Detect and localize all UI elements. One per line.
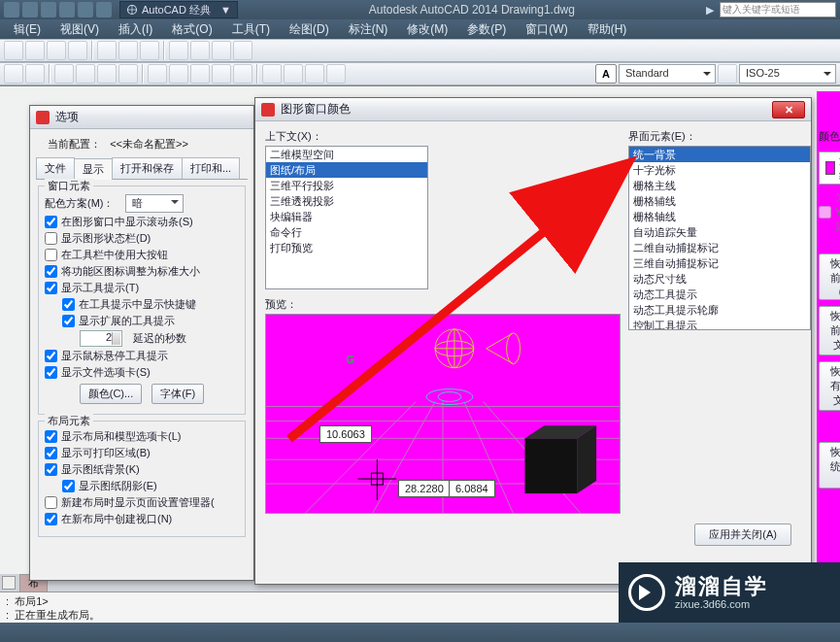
restore-all-contexts-button[interactable]: 恢复所有上下文(O)	[819, 361, 840, 411]
chk-shortcuts[interactable]	[62, 298, 75, 311]
chk-statusbar[interactable]	[45, 232, 57, 245]
context-item[interactable]: 块编辑器	[266, 209, 427, 224]
chk-newlayout-pm[interactable]	[45, 496, 57, 509]
context-item[interactable]: 命令行	[266, 224, 427, 240]
element-item[interactable]: 栅格主线	[629, 178, 810, 193]
chk-ext-tips[interactable]	[62, 315, 75, 327]
qat-save-icon[interactable]	[41, 2, 56, 17]
tb-icon[interactable]	[54, 64, 74, 84]
workspace-switcher[interactable]: AutoCAD 经典 ▼	[119, 1, 238, 18]
qat-new-icon[interactable]	[4, 2, 19, 17]
menu-item[interactable]: 格式(O)	[162, 19, 221, 40]
chk-bigbtn[interactable]	[45, 249, 57, 261]
chk-tooltips[interactable]	[45, 282, 57, 294]
element-item[interactable]: 栅格辅线	[629, 193, 810, 209]
context-item[interactable]: 三维透视投影	[266, 193, 427, 209]
chk-ribbonicon[interactable]	[45, 265, 57, 278]
menu-item[interactable]: 插入(I)	[109, 19, 162, 40]
tb-icon[interactable]	[169, 64, 188, 84]
context-item[interactable]: 二维模型空间	[266, 147, 427, 162]
chk-scrollbars[interactable]	[45, 216, 57, 228]
menu-item[interactable]: 窗口(W)	[516, 19, 577, 40]
tb-text-icon[interactable]: A	[595, 64, 617, 84]
tb-icon[interactable]	[212, 41, 231, 60]
tb-icon[interactable]	[148, 64, 167, 84]
tb-icon[interactable]	[97, 41, 117, 60]
textstyle-combo[interactable]: Standard	[619, 64, 716, 84]
chk-layout-tabs[interactable]	[45, 430, 57, 443]
delay-seconds-input[interactable]: 2	[80, 330, 122, 347]
chk-hover[interactable]	[45, 350, 57, 362]
tb-icon[interactable]	[262, 64, 282, 84]
chk-paper-shadow[interactable]	[62, 480, 75, 492]
tb-icon[interactable]	[68, 41, 87, 60]
tb-icon[interactable]	[212, 64, 231, 84]
context-item[interactable]: 三维平行投影	[266, 178, 427, 193]
menu-item[interactable]: 视图(V)	[50, 19, 109, 40]
qat-redo-icon[interactable]	[96, 2, 112, 17]
element-item[interactable]: 动态工具提示	[629, 287, 810, 302]
menu-item[interactable]: 标注(N)	[339, 19, 398, 40]
tb-icon[interactable]	[25, 41, 45, 60]
tb-icon[interactable]	[118, 64, 138, 84]
menu-item[interactable]: 帮助(H)	[578, 19, 637, 40]
tb-icon[interactable]	[233, 41, 252, 60]
tb-icon[interactable]	[4, 64, 23, 84]
options-tab[interactable]: 文件	[36, 157, 75, 179]
chk-newlayout-vp[interactable]	[45, 513, 57, 525]
apply-close-button[interactable]: 应用并关闭(A)	[694, 524, 791, 546]
menu-item[interactable]: 辑(E)	[4, 19, 50, 40]
element-item[interactable]: 统一背景	[629, 147, 810, 162]
element-listbox[interactable]: 统一背景十字光标栅格主线栅格辅线栅格轴线自动追踪矢量二维自动捕捉标记三维自动捕捉…	[628, 146, 811, 330]
element-item[interactable]: 动态尺寸线	[629, 271, 810, 287]
menu-item[interactable]: 绘图(D)	[280, 19, 339, 40]
close-button[interactable]: ✕	[772, 101, 805, 118]
colorscheme-combo[interactable]: 暗	[125, 194, 184, 213]
restore-current-element-button[interactable]: 恢复当前元素(R)	[819, 253, 840, 300]
options-tab[interactable]: 打印和...	[182, 157, 240, 179]
element-item[interactable]: 二维自动捕捉标记	[629, 240, 810, 255]
context-item[interactable]: 图纸/布局	[266, 162, 427, 178]
qat-undo-icon[interactable]	[78, 2, 93, 17]
options-tab[interactable]: 打开和保存	[112, 157, 183, 179]
menu-item[interactable]: 修改(M)	[397, 19, 457, 40]
tb-icon[interactable]	[305, 64, 324, 84]
element-item[interactable]: 三维自动捕捉标记	[629, 255, 810, 271]
tb-icon[interactable]	[233, 64, 252, 84]
tb-icon[interactable]	[25, 64, 45, 84]
qat-print-icon[interactable]	[59, 2, 75, 17]
tb-icon[interactable]	[169, 41, 188, 60]
qat-open-icon[interactable]	[22, 2, 38, 17]
chk-paper-bg[interactable]	[45, 463, 57, 476]
element-item[interactable]: 十字光标	[629, 162, 810, 178]
element-item[interactable]: 栅格轴线	[629, 209, 810, 224]
options-tab[interactable]: 显示	[74, 158, 113, 180]
tb-icon[interactable]	[190, 64, 210, 84]
element-item[interactable]: 动态工具提示轮廓	[629, 302, 810, 318]
colors-button[interactable]: 颜色(C)...	[80, 384, 142, 404]
dimstyle-combo[interactable]: ISO-25	[739, 64, 836, 84]
tb-dim-icon[interactable]	[718, 64, 737, 84]
tb-icon[interactable]	[284, 64, 303, 84]
context-listbox[interactable]: 二维模型空间图纸/布局三维平行投影三维透视投影块编辑器命令行打印预览	[265, 146, 428, 289]
element-item[interactable]: 控制工具提示	[629, 318, 810, 330]
restore-current-context-button[interactable]: 恢复当前上下文(U)	[819, 306, 840, 355]
restore-legacy-colors-button[interactable]: 恢复传统颜色(L)	[819, 442, 840, 489]
fonts-button[interactable]: 字体(F)	[151, 384, 204, 404]
chk-print-area[interactable]	[45, 447, 57, 459]
tb-icon[interactable]	[190, 41, 210, 60]
tb-icon[interactable]	[47, 41, 66, 60]
tb-icon[interactable]	[97, 64, 117, 84]
tab-prev-icon[interactable]	[2, 576, 16, 590]
element-item[interactable]: 自动追踪矢量	[629, 224, 810, 240]
tb-icon[interactable]	[140, 41, 159, 60]
tb-icon[interactable]	[326, 64, 346, 84]
tb-icon[interactable]	[118, 41, 138, 60]
context-item[interactable]: 打印预览	[266, 240, 427, 255]
chk-filetabs[interactable]	[45, 366, 57, 379]
color-combo[interactable]: 洋红	[819, 152, 840, 185]
tb-icon[interactable]	[4, 41, 23, 60]
keyword-search[interactable]: 键入关键字或短语	[720, 2, 836, 17]
tb-icon[interactable]	[76, 64, 95, 84]
menu-item[interactable]: 工具(T)	[222, 19, 280, 40]
